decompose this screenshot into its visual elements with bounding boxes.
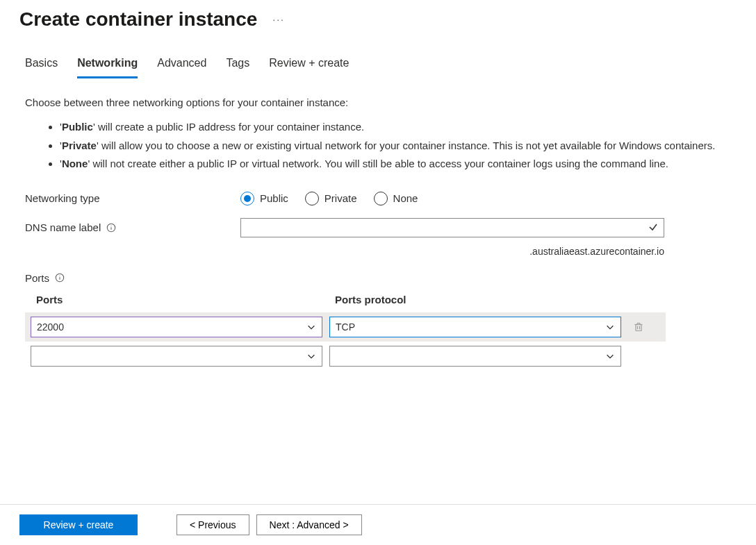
dns-suffix: .australiaeast.azurecontainer.io [240, 246, 664, 257]
networking-type-label: Networking type [25, 192, 240, 204]
more-icon[interactable]: ··· [272, 14, 285, 25]
info-icon[interactable] [55, 273, 65, 283]
radio-private[interactable]: Private [305, 192, 357, 206]
radio-icon [305, 192, 319, 206]
svg-rect-6 [636, 324, 641, 330]
trash-icon [633, 321, 644, 333]
port-input[interactable]: 22000 [31, 317, 322, 337]
radio-none[interactable]: None [374, 192, 418, 206]
radio-private-label: Private [324, 192, 357, 204]
tab-basics[interactable]: Basics [25, 54, 58, 78]
footer: Review + create < Previous Next : Advanc… [0, 504, 756, 545]
page-title: Create container instance [19, 8, 257, 31]
radio-icon [374, 192, 388, 206]
protocol-value: TCP [336, 321, 355, 333]
ports-section-label: Ports [25, 272, 737, 284]
svg-point-2 [111, 225, 112, 226]
bullet-none-label: None [62, 158, 88, 169]
protocol-column-header: Ports protocol [335, 294, 406, 305]
svg-point-5 [59, 276, 60, 276]
protocol-select[interactable] [329, 346, 621, 367]
networking-type-radio-group: Public Private None [240, 192, 418, 206]
list-item: 'None' will not create either a public I… [60, 156, 734, 172]
tab-tags[interactable]: Tags [226, 54, 249, 78]
radio-icon [240, 192, 254, 206]
chevron-down-icon [605, 351, 615, 363]
chevron-down-icon [306, 351, 316, 363]
bullet-private-text: ' will allow you to choose a new or exis… [97, 140, 716, 151]
tab-review[interactable]: Review + create [269, 54, 349, 78]
protocol-select[interactable]: TCP [329, 317, 621, 337]
tab-bar: Basics Networking Advanced Tags Review +… [25, 54, 737, 78]
bullet-public-label: Public [62, 121, 93, 133]
previous-button[interactable]: < Previous [176, 514, 249, 535]
chevron-down-icon [306, 322, 316, 334]
next-button[interactable]: Next : Advanced > [256, 514, 362, 535]
networking-options-list: 'Public' will create a public IP address… [60, 119, 734, 172]
bullet-public-text: ' will create a public IP address for yo… [93, 121, 364, 133]
table-row [25, 342, 666, 371]
dns-name-input[interactable] [240, 218, 664, 237]
tab-networking[interactable]: Networking [77, 54, 138, 78]
check-icon [648, 221, 659, 235]
port-value: 22000 [37, 321, 64, 333]
dns-name-label: DNS name label [25, 221, 240, 233]
bullet-none-text: ' will not create either a public IP or … [88, 158, 668, 169]
tab-advanced[interactable]: Advanced [157, 54, 206, 78]
info-icon[interactable] [106, 223, 116, 233]
radio-none-label: None [393, 192, 418, 204]
list-item: 'Public' will create a public IP address… [60, 119, 734, 135]
radio-public-label: Public [260, 192, 288, 204]
intro-text: Choose between three networking options … [25, 97, 737, 108]
list-item: 'Private' will allow you to choose a new… [60, 138, 734, 154]
port-input[interactable] [31, 346, 322, 367]
review-create-button[interactable]: Review + create [19, 514, 138, 535]
radio-public[interactable]: Public [240, 192, 288, 206]
delete-row-button[interactable] [628, 321, 649, 333]
ports-table: Ports Ports protocol 22000 TCP [25, 294, 666, 371]
ports-column-header: Ports [36, 294, 335, 305]
chevron-down-icon [605, 322, 615, 334]
bullet-private-label: Private [62, 140, 97, 151]
table-row: 22000 TCP [25, 312, 666, 342]
